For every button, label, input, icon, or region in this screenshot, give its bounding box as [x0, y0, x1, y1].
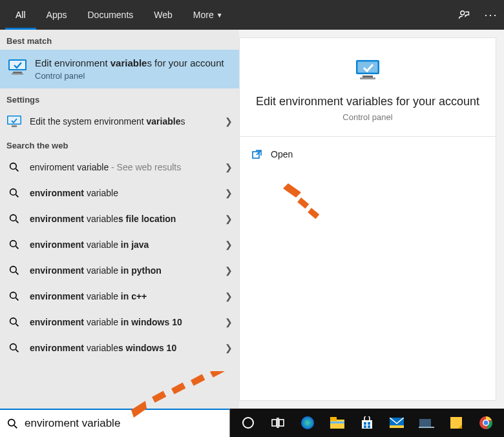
more-options-icon[interactable]: ···: [483, 7, 499, 23]
section-best-match: Best match: [0, 30, 239, 50]
chevron-right-icon: ❯: [225, 162, 233, 172]
web-result-label: environment variables file location: [30, 214, 217, 224]
svg-point-27: [301, 416, 314, 429]
svg-rect-30: [330, 422, 344, 423]
best-match-title: Edit environment variables for your acco…: [35, 57, 224, 68]
tab-all[interactable]: All: [5, 0, 36, 30]
monitor-check-icon: [6, 57, 28, 76]
web-result-label: environment variable in python: [30, 265, 217, 276]
chevron-right-icon: ❯: [225, 317, 233, 327]
search-icon: [6, 263, 22, 278]
web-result[interactable]: environment variables windows 10❯: [0, 335, 239, 361]
web-result[interactable]: environment variables file location❯: [0, 206, 239, 232]
web-result[interactable]: environment variable❯: [0, 180, 239, 206]
svg-point-13: [10, 292, 17, 299]
web-result[interactable]: environment variable in c++❯: [0, 283, 239, 309]
search-input[interactable]: [25, 417, 223, 430]
settings-result[interactable]: Edit the system environment variables ❯: [0, 108, 239, 134]
open-external-icon: [251, 148, 263, 160]
tab-documents[interactable]: Documents: [77, 0, 143, 30]
best-match-subtitle: Control panel: [35, 71, 224, 81]
svg-rect-33: [368, 422, 370, 425]
svg-point-44: [484, 421, 488, 425]
web-result-label: environment variable in c++: [30, 291, 217, 301]
svg-rect-24: [279, 420, 284, 426]
search-icon: [6, 314, 22, 330]
svg-rect-7: [12, 125, 17, 127]
web-result-label: environment variable: [30, 188, 217, 198]
svg-rect-32: [364, 422, 366, 425]
taskbar-store-icon[interactable]: [353, 410, 381, 436]
svg-rect-29: [330, 417, 337, 421]
web-result-label: environment variables windows 10: [30, 343, 217, 353]
monitor-check-icon: [352, 57, 383, 83]
chevron-right-icon: ❯: [225, 188, 233, 198]
svg-point-14: [10, 318, 17, 325]
details-panel: Edit environment variables for your acco…: [239, 37, 496, 401]
svg-rect-39: [419, 427, 434, 428]
chevron-right-icon: ❯: [225, 291, 233, 301]
taskbar-chrome-icon[interactable]: [472, 410, 500, 436]
monitor-settings-icon: [6, 114, 22, 129]
chevron-right-icon: ❯: [225, 214, 233, 224]
details-subtitle: Control panel: [342, 112, 392, 122]
tab-label: More: [193, 10, 214, 20]
taskbar-file-explorer-icon[interactable]: [323, 410, 352, 436]
taskbar-task-view-icon[interactable]: [264, 410, 292, 436]
svg-rect-31: [362, 420, 372, 429]
chevron-right-icon: ❯: [225, 265, 233, 276]
tab-label: Web: [154, 10, 173, 20]
web-result-label: environment variable in java: [30, 239, 217, 250]
chevron-down-icon: ▼: [216, 12, 223, 19]
chevron-right-icon: ❯: [225, 116, 233, 127]
search-icon: [6, 289, 22, 304]
svg-rect-23: [272, 420, 277, 426]
taskbar: [230, 409, 504, 437]
search-icon: [6, 340, 22, 356]
search-box[interactable]: [0, 409, 230, 437]
svg-point-21: [8, 419, 14, 425]
search-icon: [6, 418, 18, 429]
best-match-result[interactable]: Edit environment variables for your acco…: [0, 50, 239, 88]
web-result-label: enviroment variable - See web results: [30, 162, 217, 172]
details-title: Edit environment variables for your acco…: [256, 95, 479, 108]
svg-rect-4: [12, 74, 23, 75]
svg-rect-18: [362, 76, 373, 77]
search-icon: [6, 211, 22, 227]
svg-point-8: [10, 163, 17, 170]
web-result[interactable]: environment variable in python❯: [0, 258, 239, 283]
svg-rect-37: [390, 425, 404, 428]
taskbar-cortana-icon[interactable]: [234, 410, 262, 436]
web-result-label: environment variable in windows 10: [30, 317, 217, 327]
svg-point-9: [10, 189, 17, 196]
svg-rect-38: [419, 419, 431, 427]
svg-point-22: [243, 418, 253, 428]
tab-label: All: [16, 10, 26, 20]
svg-rect-3: [13, 72, 22, 74]
web-result[interactable]: environment variable in windows 10❯: [0, 309, 239, 335]
svg-point-10: [10, 215, 17, 221]
section-settings: Settings: [0, 88, 239, 108]
tab-web[interactable]: Web: [143, 0, 183, 30]
feedback-icon[interactable]: [456, 7, 472, 23]
svg-rect-19: [360, 77, 375, 79]
web-result[interactable]: environment variable in java❯: [0, 232, 239, 258]
bottom-bar: [0, 409, 504, 437]
tab-apps[interactable]: Apps: [36, 0, 78, 30]
web-result[interactable]: enviroment variable - See web results❯: [0, 154, 239, 180]
tab-more[interactable]: More▼: [183, 0, 233, 30]
tab-label: Documents: [87, 10, 133, 20]
search-filter-tabbar: AllAppsDocumentsWebMore▼ ···: [0, 0, 504, 30]
svg-rect-34: [364, 425, 366, 428]
open-label: Open: [271, 149, 293, 159]
open-action[interactable]: Open: [240, 137, 496, 172]
svg-point-11: [10, 241, 17, 247]
search-icon: [6, 185, 22, 201]
taskbar-sticky-notes-icon[interactable]: [442, 410, 470, 436]
svg-rect-28: [330, 420, 344, 429]
taskbar-device-icon[interactable]: [412, 410, 441, 436]
search-icon: [6, 237, 22, 252]
taskbar-edge-icon[interactable]: [293, 410, 322, 436]
taskbar-mail-icon[interactable]: [383, 410, 411, 436]
chevron-right-icon: ❯: [225, 343, 233, 353]
